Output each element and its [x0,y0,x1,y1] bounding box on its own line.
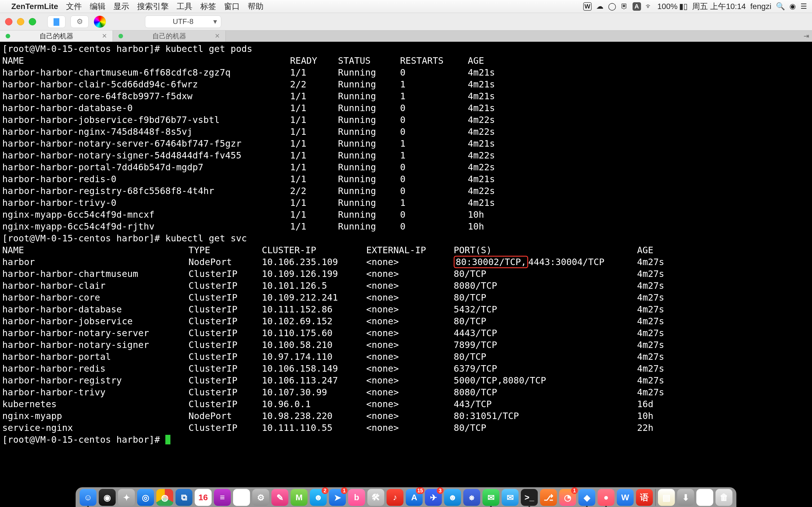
dock-monday-icon[interactable]: ● [598,489,614,506]
badge: 3 [437,487,443,494]
dock-wechat-icon[interactable]: ✉ [482,489,499,506]
dock-qq-icon[interactable]: ☻2 [310,489,327,506]
badge: 1 [341,487,347,494]
menu-help[interactable]: 帮助 [248,1,264,12]
menu-window[interactable]: 窗口 [224,1,240,12]
encoding-value: UTF-8 [173,17,194,26]
close-window-button[interactable] [5,18,12,25]
window-controls [5,18,36,25]
tab-1[interactable]: 自己的机器 ✕ [0,31,113,42]
shield-icon[interactable]: ⛨ [621,2,628,11]
dock-marginnote-icon[interactable]: M [290,489,308,506]
dock-dictionary-icon[interactable]: 语 [636,489,653,506]
clock[interactable]: 周五 上午10:14 [692,1,746,12]
dock-lark-doc-icon[interactable]: ▤ [696,489,713,506]
zoom-window-button[interactable] [29,18,36,25]
badge: 15 [416,487,424,494]
dock-calendar-icon[interactable]: 16 [195,489,212,506]
app-name[interactable]: ZenTermLite [11,2,58,11]
running-indicator [490,506,492,507]
battery-icon: ▮▯ [679,2,688,11]
menu-search[interactable]: 搜索引擎 [137,1,169,12]
dock-feishu-icon[interactable]: ✈3 [425,489,442,506]
running-indicator [605,506,607,507]
dock-separator [655,489,656,506]
battery-text: 100% [657,2,678,11]
badge: 1 [571,487,578,494]
tab-2[interactable]: 自己的机器 ✕ [113,31,226,42]
badge: 2 [322,487,328,494]
minimize-window-button[interactable] [17,18,24,25]
user-name[interactable]: fengzi [750,2,771,11]
dock-unknown-blue-icon[interactable]: ◆ [578,489,595,506]
spotlight-icon[interactable]: 🔍 [776,2,785,11]
notification-center-icon[interactable]: ☰ [801,2,807,11]
dock-downloads-icon[interactable]: ⬇ [677,489,694,506]
tab-overflow-button[interactable]: ⇥ [801,31,812,42]
vpn-icon[interactable]: W [583,2,592,11]
dock-bilibili-icon[interactable]: b [348,489,365,506]
dock-wps-icon[interactable]: W [617,489,634,506]
settings-button[interactable]: ⚙ [70,15,89,28]
tab-close-icon[interactable]: ✕ [215,33,220,40]
menu-tags[interactable]: 标签 [200,1,216,12]
menu-view[interactable]: 显示 [113,1,129,12]
dock-mail-icon[interactable]: ✉ [502,489,519,506]
dock-dash-icon[interactable]: ≡ [214,489,231,506]
tab-title: 自己的机器 [40,32,73,41]
tab-close-icon[interactable]: ✕ [102,33,107,40]
running-indicator [586,506,588,507]
menu-tools[interactable]: 工具 [177,1,193,12]
tab-status-dot [6,34,10,38]
tab-status-dot [118,34,123,38]
dock-aliwang-icon[interactable]: ☻ [444,489,461,506]
macos-menubar: ZenTermLite 文件 编辑 显示 搜索引擎 工具 标签 窗口 帮助 W … [0,0,812,13]
chat-icon[interactable]: ◯ [608,2,616,11]
running-indicator [529,506,530,507]
dock-launchpad-icon[interactable]: ✦ [118,489,135,506]
app-toolbar: ▇ ⚙ UTF-8 [0,13,812,31]
highlighted-port: 80:30002/TCP, [454,256,528,268]
dock-cleanmymac-icon[interactable]: ◔1 [559,489,576,506]
dock-kubernetes-icon[interactable]: ⎈ [463,489,480,506]
dock-notability-icon[interactable]: ✎ [271,489,288,506]
dock-netease-icon[interactable]: ♪ [386,489,403,506]
dock-finder-icon[interactable]: ☺ [79,489,97,506]
dock-settings-icon[interactable]: ⚙ [252,489,269,506]
dock-git-icon[interactable]: ⎇ [540,489,557,506]
dock-background: ☺◉✦◎◍⧉16≡✿⚙✎M☻2➤1b🛠♪A15✈3☻⎈✉✉>_⎇◔1◆●W语▤⬇… [75,487,737,507]
dock-notes-icon[interactable]: ▤ [658,489,675,506]
menu-file[interactable]: 文件 [66,1,82,12]
dock: ☺◉✦◎◍⧉16≡✿⚙✎M☻2➤1b🛠♪A15✈3☻⎈✉✉>_⎇◔1◆●W语▤⬇… [0,487,812,507]
tab-title: 自己的机器 [152,32,186,41]
dock-photos-icon[interactable]: ✿ [233,489,250,506]
menu-edit[interactable]: 编辑 [90,1,106,12]
dock-terminal-icon[interactable]: >_ [521,489,538,506]
battery-percent[interactable]: 100% ▮▯ [657,2,688,11]
dock-hammer-icon[interactable]: 🛠 [367,489,384,506]
terminal-cursor [165,435,170,444]
siri-menu-icon[interactable]: ◉ [790,2,796,11]
dock-safari-icon[interactable]: ◎ [137,489,154,506]
dock-dingtalk-icon[interactable]: ➤1 [329,489,346,506]
terminal-output[interactable]: [root@VM-0-15-centos harbor]# kubectl ge… [0,42,812,487]
color-button[interactable] [94,15,106,28]
wifi-icon[interactable]: ᯤ [646,2,653,11]
input-method-icon[interactable]: A [633,2,641,11]
dock-siri-icon[interactable]: ◉ [99,489,116,506]
dock-trash-icon[interactable]: 🗑 [715,489,733,506]
wechat-menubar-icon[interactable]: ☁ [596,2,603,11]
running-indicator [87,506,89,507]
tab-bar: 自己的机器 ✕ 自己的机器 ✕ ⇥ [0,31,812,42]
dock-chrome-icon[interactable]: ◍ [156,489,173,506]
dock-vscode-icon[interactable]: ⧉ [175,489,193,506]
encoding-select[interactable]: UTF-8 [145,15,221,28]
folder-button[interactable]: ▇ [47,15,65,28]
dock-appstore-icon[interactable]: A15 [406,489,423,506]
